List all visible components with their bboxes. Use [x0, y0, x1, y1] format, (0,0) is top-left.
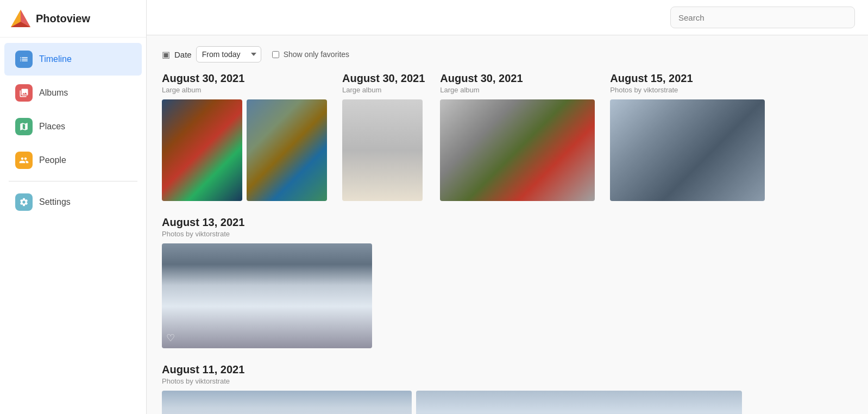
photo-thumb[interactable]	[247, 99, 327, 201]
filters-bar: ▣ Date From today Last 7 days Last 30 da…	[162, 46, 853, 62]
photo-thumb[interactable]	[162, 391, 412, 414]
group-subtitle: Large album	[440, 86, 595, 94]
photo-group-aug13: August 13, 2021 Photos by viktorstrate ♡	[162, 216, 853, 348]
photo-group-aug30-2: August 30, 2021 Large album	[342, 72, 425, 201]
sidebar-label-people: People	[39, 155, 66, 165]
sidebar-label-timeline: Timeline	[39, 54, 72, 64]
group-subtitle: Photos by viktorstrate	[610, 86, 765, 94]
photo-thumb[interactable]	[416, 391, 742, 414]
group-date: August 30, 2021	[440, 72, 595, 85]
sidebar-item-albums[interactable]: Albums	[4, 77, 142, 109]
topbar	[147, 0, 868, 35]
photo-thumb[interactable]: ♡	[162, 243, 372, 348]
sidebar: Photoview Timeline Albums Places	[0, 0, 147, 414]
photo-group-aug30-1: August 30, 2021 Large album	[162, 72, 327, 201]
photo-thumb[interactable]	[162, 99, 242, 201]
main-content: ▣ Date From today Last 7 days Last 30 da…	[147, 0, 868, 414]
photo-thumb[interactable]	[342, 99, 423, 201]
group-subtitle: Large album	[342, 86, 425, 94]
people-icon	[15, 152, 33, 169]
search-input[interactable]	[670, 7, 855, 28]
photo-thumb[interactable]	[610, 99, 765, 201]
calendar-icon: ▣	[162, 49, 170, 60]
photo-grid	[610, 99, 765, 201]
photo-thumb[interactable]	[440, 99, 595, 201]
nav-items: Timeline Albums Places People	[0, 37, 146, 224]
group-subtitle: Large album	[162, 86, 327, 94]
sidebar-item-places[interactable]: Places	[4, 110, 142, 143]
favorites-filter[interactable]: Show only favorites	[272, 50, 349, 59]
favorite-heart: ♡	[166, 332, 175, 344]
date-dropdown[interactable]: From today Last 7 days Last 30 days Last…	[196, 46, 261, 62]
date-filter-section: ▣ Date From today Last 7 days Last 30 da…	[162, 46, 261, 62]
group-subtitle: Photos by viktorstrate	[162, 377, 853, 385]
date-label: Date	[174, 50, 192, 59]
photo-group-aug11: August 11, 2021 Photos by viktorstrate	[162, 363, 853, 414]
content-area: ▣ Date From today Last 7 days Last 30 da…	[147, 35, 868, 414]
albums-icon	[15, 84, 33, 102]
sidebar-label-settings: Settings	[39, 197, 71, 207]
row-1: August 30, 2021 Large album August 30, 2…	[162, 72, 853, 201]
nav-divider	[9, 181, 137, 181]
places-icon	[15, 118, 33, 135]
photo-grid	[162, 391, 853, 414]
sidebar-label-places: Places	[39, 122, 65, 131]
group-date: August 11, 2021	[162, 363, 853, 376]
group-date: August 30, 2021	[342, 72, 425, 85]
settings-icon	[15, 193, 33, 211]
group-date: August 13, 2021	[162, 216, 853, 229]
favorites-label: Show only favorites	[284, 50, 349, 59]
group-date: August 30, 2021	[162, 72, 327, 85]
timeline-icon	[15, 51, 33, 68]
app-logo-icon	[11, 9, 30, 28]
app-logo-area: Photoview	[0, 0, 146, 37]
photo-grid: ♡	[162, 243, 853, 348]
group-date: August 15, 2021	[610, 72, 765, 85]
sidebar-label-albums: Albums	[39, 88, 68, 98]
app-name: Photoview	[36, 12, 90, 25]
sidebar-item-timeline[interactable]: Timeline	[4, 43, 142, 76]
photo-group-aug15: August 15, 2021 Photos by viktorstrate	[610, 72, 765, 201]
photo-grid	[342, 99, 425, 201]
photo-grid	[440, 99, 595, 201]
group-subtitle: Photos by viktorstrate	[162, 230, 853, 238]
photo-group-aug30-3: August 30, 2021 Large album	[440, 72, 595, 201]
photo-grid	[162, 99, 327, 201]
sidebar-item-people[interactable]: People	[4, 144, 142, 177]
sidebar-item-settings[interactable]: Settings	[4, 186, 142, 218]
favorites-checkbox[interactable]	[272, 51, 279, 58]
